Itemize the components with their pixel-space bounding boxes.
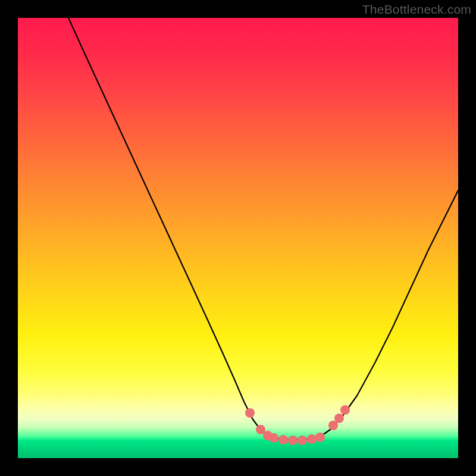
bottleneck-curve bbox=[68, 18, 458, 440]
data-point bbox=[278, 435, 288, 444]
series-lines bbox=[68, 18, 458, 440]
chart-frame: TheBottleneck.com bbox=[0, 0, 476, 476]
data-point bbox=[307, 434, 317, 444]
data-point bbox=[334, 414, 344, 423]
data-point bbox=[340, 405, 350, 415]
watermark-text: TheBottleneck.com bbox=[362, 2, 471, 17]
plot-area bbox=[18, 18, 458, 458]
data-point bbox=[269, 433, 278, 443]
data-point bbox=[298, 436, 307, 445]
data-point bbox=[315, 433, 325, 442]
data-point bbox=[245, 408, 255, 418]
chart-svg bbox=[18, 18, 458, 458]
data-point bbox=[288, 436, 298, 445]
